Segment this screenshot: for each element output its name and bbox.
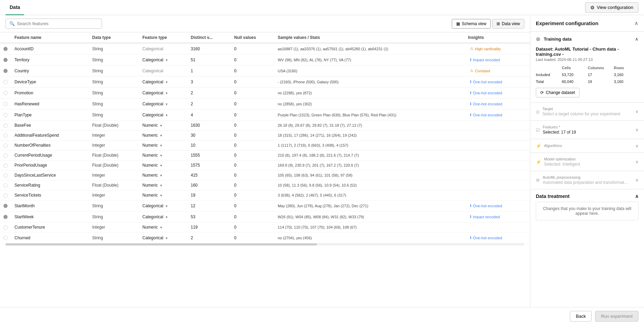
model-opt-text: Model optimization Selected: Intelligent xyxy=(544,157,580,167)
data-view-button[interactable]: ⊞ Data view xyxy=(492,19,524,29)
training-data-header[interactable]: ⊗ Training data ∧ xyxy=(530,32,644,46)
row-feature-type[interactable]: Numeric ▾ xyxy=(139,150,187,160)
model-opt-left: ⚡ Model optimization Selected: Intellige… xyxy=(536,157,580,167)
row-sample-values: 169.9 (9), 230.9 (7), 201 (7), 167.2 (7)… xyxy=(274,160,464,170)
row-feature-name: BaseFee xyxy=(11,120,89,130)
row-dot xyxy=(3,80,8,84)
table-row: CountryStringCategorical10USA (3160)⚠ Co… xyxy=(0,65,530,76)
run-experiment-button[interactable]: Run experiment xyxy=(595,311,638,322)
row-dot xyxy=(3,154,8,158)
insight-badge: ℹ One-hot encoded xyxy=(468,90,504,96)
model-optimization-header[interactable]: ⚡ Model optimization Selected: Intellige… xyxy=(536,157,638,167)
row-null-values: 0 xyxy=(231,200,274,211)
right-panel: Experiment configuration ∧ ⊗ Training da… xyxy=(530,15,644,307)
search-box[interactable]: 🔍 xyxy=(6,19,102,29)
row-feature-name: PlanType xyxy=(11,109,89,120)
row-feature-name: DeviceType xyxy=(11,76,89,87)
row-feature-type[interactable]: Categorical xyxy=(139,43,187,54)
row-feature-name: Churned xyxy=(11,232,89,243)
insight-text: High cardinality xyxy=(475,47,501,51)
row-feature-name: DaysSinceLastService xyxy=(11,170,89,180)
row-feature-type[interactable]: Numeric ▾ xyxy=(139,140,187,150)
row-null-values: 0 xyxy=(231,130,274,140)
row-radio-cell xyxy=(0,170,11,180)
row-feature-type[interactable]: Numeric ▾ xyxy=(139,222,187,232)
row-feature-type[interactable]: Numeric ▾ xyxy=(139,160,187,170)
search-input[interactable] xyxy=(17,21,98,26)
info-icon: ℹ xyxy=(470,57,471,62)
row-feature-type[interactable]: Categorical ▾ xyxy=(139,87,187,98)
row-feature-type[interactable]: Categorical ▾ xyxy=(139,232,187,243)
row-feature-type[interactable]: Numeric ▾ xyxy=(139,190,187,200)
row-dot xyxy=(3,47,8,51)
features-label: Features * xyxy=(543,125,576,129)
table-header-row: Feature name Data type Feature type Dist… xyxy=(0,32,530,43)
automl-preprocessing-header[interactable]: ⚙ AutoML preprocessing Automated data pr… xyxy=(536,175,638,185)
row-radio-cell xyxy=(0,54,11,65)
info-icon: ℹ xyxy=(470,80,471,84)
row-feature-name: ServiceTickets xyxy=(11,190,89,200)
row-distinct: 1555 xyxy=(187,150,231,160)
features-config-header[interactable]: ☑ Features * Selected: 17 of 19 ∨ xyxy=(536,125,638,135)
row-dot xyxy=(3,184,8,188)
row-feature-type[interactable]: Categorical xyxy=(139,65,187,76)
row-feature-type[interactable]: Categorical ▾ xyxy=(139,98,187,109)
row-feature-type[interactable]: Categorical ▾ xyxy=(139,211,187,222)
row-distinct: 2 xyxy=(187,232,231,243)
row-feature-type[interactable]: Categorical ▾ xyxy=(139,54,187,65)
col-header-insights: Insights xyxy=(464,32,530,43)
row-null-values: 0 xyxy=(231,211,274,222)
row-feature-type[interactable]: Categorical ▾ xyxy=(139,76,187,87)
schema-view-button[interactable]: ▦ Schema view xyxy=(452,19,491,29)
back-button[interactable]: Back xyxy=(570,311,592,322)
row-radio-cell xyxy=(0,98,11,109)
row-insights xyxy=(464,222,530,232)
training-data-section: ⊗ Training data ∧ Dataset: AutoML Tutori… xyxy=(530,32,644,103)
col-header-target xyxy=(0,32,11,43)
table-row: PromotionStringCategorical ▾20no (2288),… xyxy=(0,87,530,98)
row-data-type: String xyxy=(89,87,139,98)
target-config-header[interactable]: ◎ Target Select a target column for your… xyxy=(536,107,638,116)
row-distinct: 2 xyxy=(187,87,231,98)
row-feature-type[interactable]: Categorical ▾ xyxy=(139,109,187,120)
row-null-values: 0 xyxy=(231,222,274,232)
row-feature-type[interactable]: Numeric ▾ xyxy=(139,180,187,190)
row-feature-type[interactable]: Numeric ▾ xyxy=(139,130,187,140)
table-row: AdditionalFeatureSpendIntegerNumeric ▾30… xyxy=(0,130,530,140)
data-icon: ⊞ xyxy=(497,21,500,26)
data-treatment-section: Data treatment ∧ Changes that you make t… xyxy=(530,189,644,224)
row-data-type: String xyxy=(89,54,139,65)
row-sample-values: Purple Plan (1523), Green Plan (630), Bl… xyxy=(274,109,464,120)
table-row: TerritoryStringCategorical ▾510WV (98), … xyxy=(0,54,530,65)
insight-text: One-hot encoded xyxy=(473,91,502,95)
row-radio-cell xyxy=(0,120,11,130)
data-view-label: Data view xyxy=(502,21,520,26)
stats-total-columns: 19 xyxy=(588,79,613,84)
left-panel: 🔍 ▦ Schema view ⊞ Data view xyxy=(0,15,530,307)
table-row: CurrentPeriodUsageFloat (Double)Numeric … xyxy=(0,150,530,160)
insight-text: One-hot encoded xyxy=(473,236,502,240)
change-dataset-button[interactable]: ⟳ Change dataset xyxy=(536,88,580,97)
row-feature-name: StartWeek xyxy=(11,211,89,222)
tab-data[interactable]: Data xyxy=(6,0,24,15)
toolbar: 🔍 ▦ Schema view ⊞ Data view xyxy=(0,15,530,32)
insight-badge: ℹ Impact encoded xyxy=(468,57,502,63)
algorithms-config-header[interactable]: ⚡ Algorithms ∨ xyxy=(536,143,638,148)
row-data-type: String xyxy=(89,76,139,87)
horizontal-scrollbar[interactable] xyxy=(6,243,524,245)
row-feature-type[interactable]: Numeric ▾ xyxy=(139,120,187,130)
table-row: BaseFeeFloat (Double)Numeric ▾1630026.18… xyxy=(0,120,530,130)
row-feature-type[interactable]: Numeric ▾ xyxy=(139,170,187,180)
feature-type-dropdown-icon: ▾ xyxy=(159,154,162,157)
table-row: DaysSinceLastServiceIntegerNumeric ▾4150… xyxy=(0,170,530,180)
training-data-title: Training data xyxy=(544,36,572,42)
collapse-panel-button[interactable]: ∧ xyxy=(634,20,638,27)
row-data-type: String xyxy=(89,65,139,76)
table-row: StartMonthStringCategorical ▾120May (280… xyxy=(0,200,530,211)
row-distinct: 12 xyxy=(187,200,231,211)
row-feature-type[interactable]: Categorical ▾ xyxy=(139,200,187,211)
row-insights: ℹ One-hot encoded xyxy=(464,76,530,87)
insight-badge: ℹ One-hot encoded xyxy=(468,79,504,85)
view-config-button[interactable]: ⚙ View configuration xyxy=(585,2,638,13)
model-opt-icon: ⚡ xyxy=(536,159,541,165)
